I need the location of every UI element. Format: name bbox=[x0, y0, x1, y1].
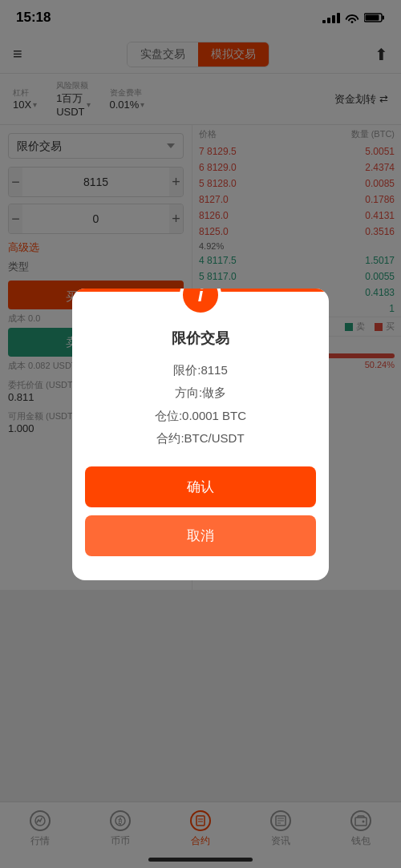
modal-detail-4: 合约:BTC/USDT bbox=[88, 427, 313, 450]
modal-overlay: i 限价交易 限价:8115 方向:做多 仓位:0.0001 BTC 合约:BT… bbox=[0, 0, 401, 868]
modal-title: 限价交易 bbox=[88, 329, 313, 348]
modal-detail-2: 方向:做多 bbox=[88, 382, 313, 405]
modal-detail-1: 限价:8115 bbox=[88, 359, 313, 382]
modal-detail-3: 仓位:0.0001 BTC bbox=[88, 405, 313, 428]
confirm-button[interactable]: 确认 bbox=[85, 466, 316, 507]
modal-details: 限价:8115 方向:做多 仓位:0.0001 BTC 合约:BTC/USDT bbox=[88, 359, 313, 450]
modal: i 限价交易 限价:8115 方向:做多 仓位:0.0001 BTC 合约:BT… bbox=[72, 289, 329, 580]
cancel-button[interactable]: 取消 bbox=[85, 515, 316, 556]
modal-icon-wrap: i bbox=[88, 289, 313, 316]
modal-icon: i bbox=[180, 289, 221, 316]
